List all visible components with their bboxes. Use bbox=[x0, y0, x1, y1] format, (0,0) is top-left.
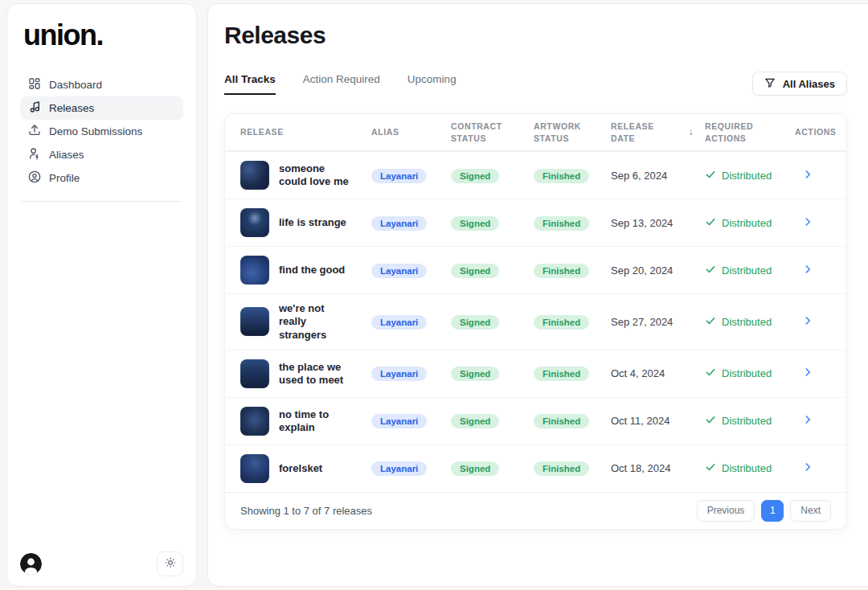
release-cell: no time to explain bbox=[240, 407, 371, 436]
chevron-right-icon bbox=[802, 169, 813, 182]
sidebar-item-profile[interactable]: Profile bbox=[20, 166, 183, 190]
column-header-contract-status[interactable]: Contract Status bbox=[451, 121, 534, 143]
release-title: find the good bbox=[279, 264, 345, 277]
release-cell: find the good bbox=[240, 256, 371, 285]
release-title: someone could love me bbox=[279, 162, 353, 189]
sidebar-divider bbox=[22, 201, 182, 202]
sidebar-item-dashboard[interactable]: Dashboard bbox=[20, 73, 183, 96]
column-header-release[interactable]: Release bbox=[240, 126, 371, 137]
release-artwork bbox=[240, 359, 269, 388]
required-actions-cell: Distributed bbox=[705, 169, 795, 182]
column-header-alias[interactable]: Alias bbox=[371, 126, 451, 137]
artwork-status-badge: Finished bbox=[534, 367, 589, 381]
release-artwork bbox=[240, 407, 269, 436]
sidebar-footer bbox=[20, 551, 183, 576]
contract-status-badge: Signed bbox=[451, 461, 499, 476]
chevron-right-icon bbox=[802, 367, 813, 380]
alias-filter-label: All Aliases bbox=[783, 78, 835, 90]
release-date: Oct 18, 2024 bbox=[611, 462, 705, 474]
alias-filter-button[interactable]: All Aliases bbox=[752, 72, 847, 96]
release-artwork bbox=[240, 256, 269, 285]
release-cell: we're not really strangers bbox=[240, 302, 371, 342]
artwork-status-badge: Finished bbox=[534, 461, 589, 476]
column-header-label: Release Date bbox=[611, 121, 677, 143]
tab-upcoming[interactable]: Upcoming bbox=[407, 73, 457, 95]
alias-badge: Layanari bbox=[371, 315, 427, 330]
sidebar: union. Dashboard Releases Demo Submissio… bbox=[6, 3, 197, 587]
releases-table: Release Alias Contract Status Artwork St… bbox=[224, 113, 847, 530]
sidebar-item-aliases[interactable]: Aliases bbox=[20, 143, 183, 166]
current-page-button[interactable]: 1 bbox=[761, 500, 784, 522]
release-cell: life is strange bbox=[240, 208, 371, 237]
check-icon bbox=[705, 315, 716, 329]
release-artwork bbox=[240, 454, 269, 483]
row-expand-button[interactable] bbox=[802, 169, 813, 182]
artwork-status-badge: Finished bbox=[534, 264, 589, 278]
table-row[interactable]: forelsket Layanari Signed Finished Oct 1… bbox=[225, 445, 846, 492]
release-date: Sep 20, 2024 bbox=[611, 264, 705, 277]
table-row[interactable]: life is strange Layanari Signed Finished… bbox=[225, 199, 846, 246]
check-icon bbox=[705, 414, 716, 428]
table-row[interactable]: someone could love me Layanari Signed Fi… bbox=[225, 151, 846, 199]
artwork-status-badge: Finished bbox=[534, 414, 589, 428]
table-row[interactable]: no time to explain Layanari Signed Finis… bbox=[225, 397, 846, 445]
tab-bar: All Tracks Action Required Upcoming bbox=[224, 73, 457, 95]
release-artwork bbox=[240, 208, 269, 237]
column-header-artwork-status[interactable]: Artwork Status bbox=[534, 121, 611, 143]
required-action-label: Distributed bbox=[722, 415, 772, 427]
row-expand-button[interactable] bbox=[802, 216, 813, 230]
upload-icon bbox=[28, 124, 41, 139]
release-title: no time to explain bbox=[279, 408, 353, 435]
app-page: union. Dashboard Releases Demo Submissio… bbox=[0, 0, 868, 590]
alias-badge: Layanari bbox=[371, 216, 427, 231]
release-title: forelsket bbox=[279, 462, 322, 475]
release-title: life is strange bbox=[279, 216, 346, 229]
row-expand-button[interactable] bbox=[802, 367, 813, 380]
required-action-label: Distributed bbox=[722, 316, 772, 328]
sidebar-item-demo-submissions[interactable]: Demo Submissions bbox=[20, 120, 183, 143]
artwork-status-badge: Finished bbox=[534, 169, 589, 183]
table-row[interactable]: find the good Layanari Signed Finished S… bbox=[225, 246, 846, 293]
release-date: Oct 11, 2024 bbox=[611, 415, 705, 427]
contract-status-badge: Signed bbox=[451, 367, 499, 381]
row-expand-button[interactable] bbox=[802, 414, 813, 428]
release-cell: forelsket bbox=[240, 454, 371, 483]
main-content: Releases All Tracks Action Required Upco… bbox=[207, 3, 868, 587]
artwork-status-badge: Finished bbox=[534, 315, 589, 330]
sidebar-item-label: Aliases bbox=[49, 149, 84, 161]
check-icon bbox=[705, 367, 716, 380]
artwork-status-badge: Finished bbox=[534, 216, 589, 231]
check-icon bbox=[705, 169, 716, 182]
check-icon bbox=[705, 461, 716, 475]
tab-all-tracks[interactable]: All Tracks bbox=[224, 73, 276, 95]
sun-icon bbox=[165, 557, 176, 571]
table-row[interactable]: we're not really strangers Layanari Sign… bbox=[225, 293, 846, 350]
row-expand-button[interactable] bbox=[802, 264, 813, 277]
contract-status-badge: Signed bbox=[451, 169, 499, 183]
row-expand-button[interactable] bbox=[802, 315, 813, 329]
page-title: Releases bbox=[224, 22, 847, 49]
theme-toggle-button[interactable] bbox=[157, 551, 183, 576]
next-page-button[interactable]: Next bbox=[790, 500, 831, 522]
release-cell: the place we used to meet bbox=[240, 359, 371, 388]
required-action-label: Distributed bbox=[722, 217, 772, 229]
alias-badge: Layanari bbox=[371, 461, 427, 476]
column-header-release-date[interactable]: Release Date ↓ bbox=[611, 121, 705, 143]
sidebar-item-releases[interactable]: Releases bbox=[20, 96, 183, 120]
required-action-label: Distributed bbox=[722, 264, 772, 277]
row-expand-button[interactable] bbox=[802, 461, 813, 475]
release-title: the place we used to meet bbox=[279, 361, 353, 387]
release-cell: someone could love me bbox=[240, 161, 371, 190]
column-header-actions: Actions bbox=[795, 126, 836, 137]
alias-badge: Layanari bbox=[371, 414, 427, 428]
alias-badge: Layanari bbox=[371, 264, 427, 278]
tab-action-required[interactable]: Action Required bbox=[303, 73, 380, 95]
table-footer: Showing 1 to 7 of 7 releases Previous 1 … bbox=[225, 492, 846, 529]
app-logo: union. bbox=[23, 18, 183, 52]
column-header-required-actions[interactable]: Required Actions bbox=[705, 121, 795, 143]
required-actions-cell: Distributed bbox=[705, 367, 795, 380]
table-row[interactable]: the place we used to meet Layanari Signe… bbox=[225, 350, 846, 397]
required-actions-cell: Distributed bbox=[705, 216, 795, 230]
previous-page-button[interactable]: Previous bbox=[697, 500, 755, 522]
user-avatar[interactable] bbox=[20, 553, 42, 575]
